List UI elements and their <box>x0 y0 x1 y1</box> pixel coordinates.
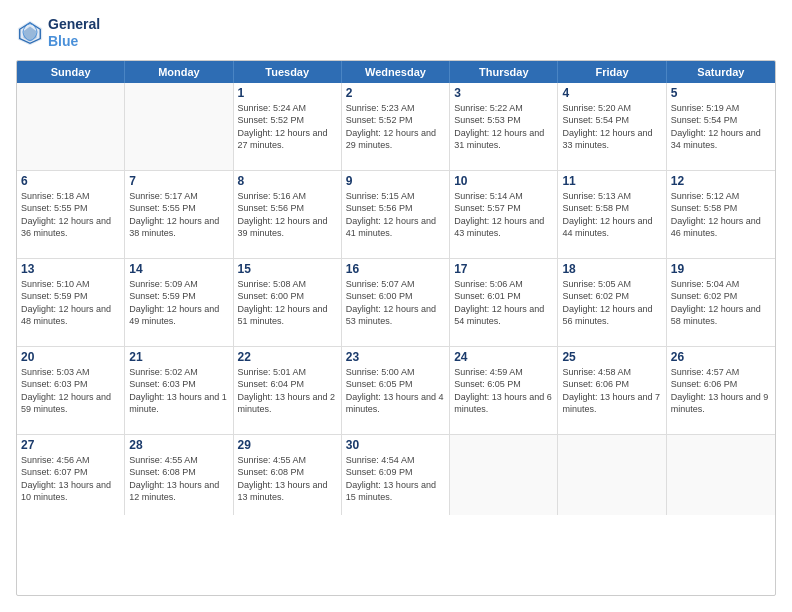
cell-info: Sunrise: 4:55 AM Sunset: 6:08 PM Dayligh… <box>129 454 228 504</box>
cell-info: Sunrise: 5:04 AM Sunset: 6:02 PM Dayligh… <box>671 278 771 328</box>
calendar-cell: 7Sunrise: 5:17 AM Sunset: 5:55 PM Daylig… <box>125 171 233 258</box>
cell-info: Sunrise: 5:13 AM Sunset: 5:58 PM Dayligh… <box>562 190 661 240</box>
calendar-cell: 29Sunrise: 4:55 AM Sunset: 6:08 PM Dayli… <box>234 435 342 515</box>
cell-info: Sunrise: 4:54 AM Sunset: 6:09 PM Dayligh… <box>346 454 445 504</box>
calendar-cell <box>125 83 233 170</box>
day-number: 4 <box>562 86 661 100</box>
day-number: 17 <box>454 262 553 276</box>
day-number: 24 <box>454 350 553 364</box>
calendar-cell: 26Sunrise: 4:57 AM Sunset: 6:06 PM Dayli… <box>667 347 775 434</box>
day-number: 18 <box>562 262 661 276</box>
calendar-cell: 15Sunrise: 5:08 AM Sunset: 6:00 PM Dayli… <box>234 259 342 346</box>
cell-info: Sunrise: 5:20 AM Sunset: 5:54 PM Dayligh… <box>562 102 661 152</box>
cell-info: Sunrise: 5:22 AM Sunset: 5:53 PM Dayligh… <box>454 102 553 152</box>
logo-general: General <box>48 16 100 33</box>
calendar-cell: 30Sunrise: 4:54 AM Sunset: 6:09 PM Dayli… <box>342 435 450 515</box>
day-number: 6 <box>21 174 120 188</box>
cell-info: Sunrise: 5:09 AM Sunset: 5:59 PM Dayligh… <box>129 278 228 328</box>
cell-info: Sunrise: 5:00 AM Sunset: 6:05 PM Dayligh… <box>346 366 445 416</box>
calendar-cell: 16Sunrise: 5:07 AM Sunset: 6:00 PM Dayli… <box>342 259 450 346</box>
calendar-cell: 10Sunrise: 5:14 AM Sunset: 5:57 PM Dayli… <box>450 171 558 258</box>
day-number: 30 <box>346 438 445 452</box>
cell-info: Sunrise: 5:06 AM Sunset: 6:01 PM Dayligh… <box>454 278 553 328</box>
calendar-cell: 24Sunrise: 4:59 AM Sunset: 6:05 PM Dayli… <box>450 347 558 434</box>
cell-info: Sunrise: 4:59 AM Sunset: 6:05 PM Dayligh… <box>454 366 553 416</box>
calendar-cell: 22Sunrise: 5:01 AM Sunset: 6:04 PM Dayli… <box>234 347 342 434</box>
calendar-cell: 14Sunrise: 5:09 AM Sunset: 5:59 PM Dayli… <box>125 259 233 346</box>
day-number: 22 <box>238 350 337 364</box>
cell-info: Sunrise: 5:10 AM Sunset: 5:59 PM Dayligh… <box>21 278 120 328</box>
calendar-cell <box>667 435 775 515</box>
cell-info: Sunrise: 5:02 AM Sunset: 6:03 PM Dayligh… <box>129 366 228 416</box>
page: General Blue SundayMondayTuesdayWednesda… <box>0 0 792 612</box>
cell-info: Sunrise: 5:18 AM Sunset: 5:55 PM Dayligh… <box>21 190 120 240</box>
cell-info: Sunrise: 4:57 AM Sunset: 6:06 PM Dayligh… <box>671 366 771 416</box>
calendar-row: 1Sunrise: 5:24 AM Sunset: 5:52 PM Daylig… <box>17 83 775 171</box>
calendar-cell <box>450 435 558 515</box>
day-number: 15 <box>238 262 337 276</box>
weekday-header: Friday <box>558 61 666 83</box>
calendar-row: 6Sunrise: 5:18 AM Sunset: 5:55 PM Daylig… <box>17 171 775 259</box>
cell-info: Sunrise: 5:12 AM Sunset: 5:58 PM Dayligh… <box>671 190 771 240</box>
calendar-cell <box>558 435 666 515</box>
calendar-cell: 9Sunrise: 5:15 AM Sunset: 5:56 PM Daylig… <box>342 171 450 258</box>
calendar-cell: 21Sunrise: 5:02 AM Sunset: 6:03 PM Dayli… <box>125 347 233 434</box>
logo-text-block: General Blue <box>48 16 100 50</box>
calendar-cell: 8Sunrise: 5:16 AM Sunset: 5:56 PM Daylig… <box>234 171 342 258</box>
day-number: 16 <box>346 262 445 276</box>
weekday-header: Sunday <box>17 61 125 83</box>
day-number: 2 <box>346 86 445 100</box>
cell-info: Sunrise: 4:58 AM Sunset: 6:06 PM Dayligh… <box>562 366 661 416</box>
header: General Blue <box>16 16 776 50</box>
calendar-cell: 27Sunrise: 4:56 AM Sunset: 6:07 PM Dayli… <box>17 435 125 515</box>
calendar-cell: 25Sunrise: 4:58 AM Sunset: 6:06 PM Dayli… <box>558 347 666 434</box>
day-number: 29 <box>238 438 337 452</box>
calendar-row: 27Sunrise: 4:56 AM Sunset: 6:07 PM Dayli… <box>17 435 775 515</box>
calendar-cell <box>17 83 125 170</box>
cell-info: Sunrise: 5:08 AM Sunset: 6:00 PM Dayligh… <box>238 278 337 328</box>
calendar-cell: 4Sunrise: 5:20 AM Sunset: 5:54 PM Daylig… <box>558 83 666 170</box>
cell-info: Sunrise: 5:15 AM Sunset: 5:56 PM Dayligh… <box>346 190 445 240</box>
calendar-cell: 3Sunrise: 5:22 AM Sunset: 5:53 PM Daylig… <box>450 83 558 170</box>
calendar-cell: 17Sunrise: 5:06 AM Sunset: 6:01 PM Dayli… <box>450 259 558 346</box>
calendar-cell: 28Sunrise: 4:55 AM Sunset: 6:08 PM Dayli… <box>125 435 233 515</box>
logo: General Blue <box>16 16 100 50</box>
day-number: 12 <box>671 174 771 188</box>
calendar-cell: 23Sunrise: 5:00 AM Sunset: 6:05 PM Dayli… <box>342 347 450 434</box>
cell-info: Sunrise: 5:17 AM Sunset: 5:55 PM Dayligh… <box>129 190 228 240</box>
day-number: 21 <box>129 350 228 364</box>
cell-info: Sunrise: 5:05 AM Sunset: 6:02 PM Dayligh… <box>562 278 661 328</box>
calendar: SundayMondayTuesdayWednesdayThursdayFrid… <box>16 60 776 596</box>
calendar-body: 1Sunrise: 5:24 AM Sunset: 5:52 PM Daylig… <box>17 83 775 515</box>
day-number: 28 <box>129 438 228 452</box>
day-number: 26 <box>671 350 771 364</box>
cell-info: Sunrise: 5:16 AM Sunset: 5:56 PM Dayligh… <box>238 190 337 240</box>
cell-info: Sunrise: 5:19 AM Sunset: 5:54 PM Dayligh… <box>671 102 771 152</box>
cell-info: Sunrise: 5:23 AM Sunset: 5:52 PM Dayligh… <box>346 102 445 152</box>
calendar-cell: 2Sunrise: 5:23 AM Sunset: 5:52 PM Daylig… <box>342 83 450 170</box>
cell-info: Sunrise: 5:03 AM Sunset: 6:03 PM Dayligh… <box>21 366 120 416</box>
day-number: 27 <box>21 438 120 452</box>
cell-info: Sunrise: 4:56 AM Sunset: 6:07 PM Dayligh… <box>21 454 120 504</box>
weekday-header: Tuesday <box>234 61 342 83</box>
day-number: 5 <box>671 86 771 100</box>
cell-info: Sunrise: 5:14 AM Sunset: 5:57 PM Dayligh… <box>454 190 553 240</box>
calendar-cell: 18Sunrise: 5:05 AM Sunset: 6:02 PM Dayli… <box>558 259 666 346</box>
cell-info: Sunrise: 4:55 AM Sunset: 6:08 PM Dayligh… <box>238 454 337 504</box>
day-number: 14 <box>129 262 228 276</box>
day-number: 10 <box>454 174 553 188</box>
calendar-cell: 19Sunrise: 5:04 AM Sunset: 6:02 PM Dayli… <box>667 259 775 346</box>
day-number: 8 <box>238 174 337 188</box>
cell-info: Sunrise: 5:24 AM Sunset: 5:52 PM Dayligh… <box>238 102 337 152</box>
calendar-cell: 12Sunrise: 5:12 AM Sunset: 5:58 PM Dayli… <box>667 171 775 258</box>
day-number: 7 <box>129 174 228 188</box>
calendar-cell: 5Sunrise: 5:19 AM Sunset: 5:54 PM Daylig… <box>667 83 775 170</box>
day-number: 1 <box>238 86 337 100</box>
day-number: 3 <box>454 86 553 100</box>
day-number: 20 <box>21 350 120 364</box>
logo-icon <box>16 19 44 47</box>
calendar-row: 13Sunrise: 5:10 AM Sunset: 5:59 PM Dayli… <box>17 259 775 347</box>
weekday-header: Thursday <box>450 61 558 83</box>
day-number: 13 <box>21 262 120 276</box>
calendar-cell: 13Sunrise: 5:10 AM Sunset: 5:59 PM Dayli… <box>17 259 125 346</box>
